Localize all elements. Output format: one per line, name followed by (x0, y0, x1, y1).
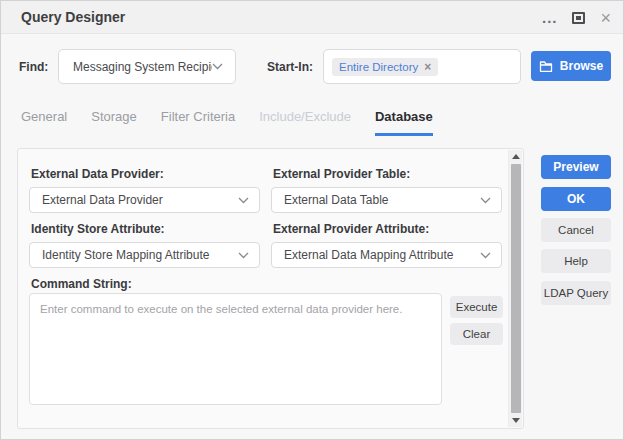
external-provider-table-value: External Data Table (284, 193, 480, 207)
ellipsis-icon: ... (542, 13, 558, 23)
titlebar-controls: ... × (542, 1, 611, 34)
remove-tag-icon[interactable]: × (424, 62, 431, 72)
tab-storage[interactable]: Storage (91, 109, 137, 136)
close-icon: × (600, 10, 611, 26)
find-dropdown-value: Messaging System Recipients (73, 60, 212, 74)
start-in-tag-label: Entire Directory (339, 61, 418, 73)
start-in-label: Start-In: (267, 60, 313, 74)
titlebar: Query Designer ... × (1, 1, 623, 34)
restore-button[interactable] (572, 12, 585, 24)
external-data-provider-value: External Data Provider (42, 193, 238, 207)
external-provider-attribute-value: External Data Mapping Attribute (284, 248, 480, 262)
find-dropdown[interactable]: Messaging System Recipients (58, 49, 236, 84)
tab-bar: General Storage Filter Criteria Include/… (21, 109, 433, 136)
external-provider-table-dropdown[interactable]: External Data Table (271, 187, 502, 213)
scroll-down-button[interactable] (509, 414, 523, 427)
help-button[interactable]: Help (541, 249, 611, 273)
browse-button-label: Browse (560, 59, 603, 73)
command-string-textarea[interactable] (29, 293, 442, 405)
window-title: Query Designer (21, 9, 125, 25)
more-options-button[interactable]: ... (542, 13, 558, 23)
folder-icon (539, 60, 553, 73)
ldap-query-button[interactable]: LDAP Query (541, 281, 611, 305)
external-provider-table-label: External Provider Table: (273, 167, 410, 181)
external-provider-attribute-label: External Provider Attribute: (273, 222, 429, 236)
chevron-down-icon (238, 197, 249, 204)
triangle-up-icon (512, 154, 520, 159)
start-in-tag: Entire Directory × (332, 58, 438, 76)
chevron-down-icon (480, 252, 491, 259)
browse-button[interactable]: Browse (531, 51, 611, 81)
external-data-provider-label: External Data Provider: (31, 167, 164, 181)
ok-button[interactable]: OK (541, 187, 611, 211)
identity-store-attribute-value: Identity Store Mapping Attribute (42, 248, 238, 262)
command-string-label: Command String: (31, 277, 132, 291)
external-data-provider-dropdown[interactable]: External Data Provider (29, 187, 260, 213)
scroll-up-button[interactable] (509, 150, 523, 163)
start-in-input[interactable]: Entire Directory × (323, 49, 521, 84)
chevron-down-icon (238, 252, 249, 259)
identity-store-attribute-label: Identity Store Attribute: (31, 222, 165, 236)
clear-button[interactable]: Clear (450, 323, 503, 345)
tab-filter-criteria[interactable]: Filter Criteria (161, 109, 235, 136)
chevron-down-icon (480, 197, 491, 204)
chevron-down-icon (212, 63, 223, 70)
external-provider-attribute-dropdown[interactable]: External Data Mapping Attribute (271, 242, 502, 268)
triangle-down-icon (512, 418, 520, 423)
cancel-button[interactable]: Cancel (541, 218, 611, 242)
identity-store-attribute-dropdown[interactable]: Identity Store Mapping Attribute (29, 242, 260, 268)
scrollbar-thumb[interactable] (511, 164, 521, 413)
preview-button[interactable]: Preview (541, 155, 611, 179)
panel-scrollbar[interactable] (508, 150, 522, 427)
find-label: Find: (19, 60, 48, 74)
query-designer-dialog: Query Designer ... × Find: Messaging Sys… (0, 0, 624, 440)
tab-general[interactable]: General (21, 109, 67, 136)
execute-button[interactable]: Execute (450, 296, 503, 318)
database-tab-panel: External Data Provider: External Data Pr… (17, 148, 524, 429)
close-button[interactable]: × (600, 10, 611, 26)
tab-include-exclude: Include/Exclude (259, 109, 351, 136)
restore-window-icon (572, 12, 585, 24)
tab-database[interactable]: Database (375, 109, 433, 136)
